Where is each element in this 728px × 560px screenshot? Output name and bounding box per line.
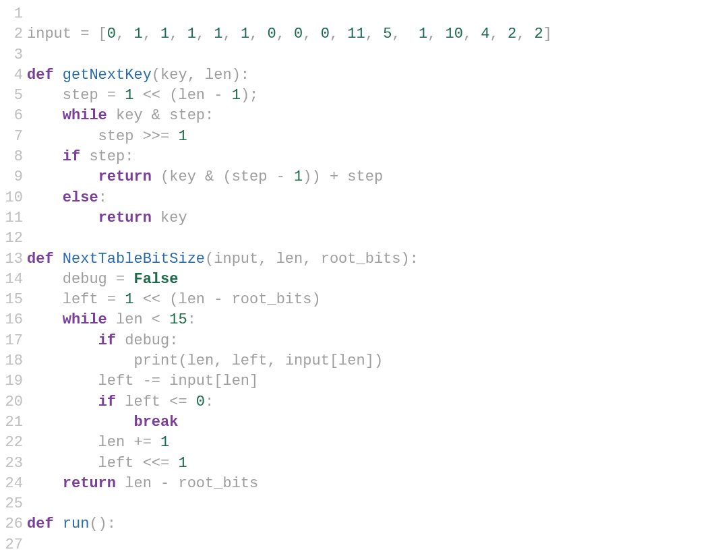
gutter-line-number: 25 — [0, 494, 27, 514]
code-token: , — [490, 26, 508, 42]
code-line: 16 while len < 15: — [0, 310, 728, 330]
code-line: 12 — [0, 228, 728, 249]
code-token: len < — [116, 311, 169, 328]
gutter-line-number: 15 — [0, 290, 27, 310]
code-token: if — [63, 148, 90, 165]
code-content: if debug: — [27, 331, 728, 351]
code-token: 1 — [294, 168, 303, 185]
code-token: , — [365, 26, 383, 42]
gutter-line-number: 26 — [0, 514, 27, 534]
gutter-line-number: 5 — [0, 86, 27, 106]
code-content: return key — [27, 208, 728, 228]
code-token — [27, 394, 98, 410]
code-token — [27, 210, 98, 226]
gutter-line-number: 6 — [0, 106, 27, 126]
code-content: def NextTableBitSize(input, len, root_bi… — [27, 249, 728, 270]
code-token: 2 — [535, 26, 543, 42]
code-token: )) + step — [303, 168, 383, 185]
code-line: 11 return key — [0, 208, 728, 228]
code-content — [27, 494, 728, 514]
gutter-line-number: 19 — [0, 371, 27, 392]
gutter-line-number: 22 — [0, 433, 27, 453]
code-token: 1 — [232, 87, 241, 104]
code-token: 1 — [214, 26, 222, 42]
gutter-line-number: 13 — [0, 249, 27, 270]
code-token: 1 — [419, 26, 427, 42]
code-line: 26def run(): — [0, 514, 728, 534]
code-token: 1 — [187, 26, 196, 42]
code-content: while len < 15: — [27, 310, 728, 330]
code-token: (key & (step - — [160, 168, 294, 185]
code-token: return — [63, 475, 125, 492]
code-token: , — [143, 26, 160, 42]
code-line: 8 if step: — [0, 147, 728, 167]
code-content — [27, 4, 728, 24]
gutter-line-number: 20 — [0, 392, 27, 412]
code-token: 0 — [107, 26, 116, 42]
code-line: 3 — [0, 45, 728, 65]
code-token — [27, 168, 98, 185]
code-token: 1 — [241, 26, 249, 42]
code-token: << (len - — [133, 87, 231, 104]
code-token: , — [392, 26, 419, 42]
code-token — [27, 311, 63, 328]
code-content: input = [0, 1, 1, 1, 1, 1, 0, 0, 0, 11, … — [27, 24, 728, 44]
gutter-line-number: 24 — [0, 474, 27, 494]
code-token: key & step: — [116, 107, 214, 124]
code-token: False — [133, 271, 178, 288]
code-token: : — [98, 189, 107, 206]
code-line: 13def NextTableBitSize(input, len, root_… — [0, 249, 728, 270]
code-token: 4 — [481, 26, 489, 42]
code-token: 1 — [160, 26, 169, 42]
code-token: 1 — [178, 455, 187, 472]
gutter-line-number: 8 — [0, 147, 27, 167]
code-token: (key, len): — [152, 67, 249, 84]
code-line: 7 step >>= 1 — [0, 127, 728, 147]
code-token: 1 — [178, 128, 187, 145]
code-line: 21 break — [0, 412, 728, 433]
code-line: 14 debug = False — [0, 270, 728, 290]
code-line: 25 — [0, 494, 728, 514]
gutter-line-number: 4 — [0, 65, 27, 86]
code-token: , — [169, 26, 187, 42]
code-content — [27, 45, 728, 65]
code-content: def getNextKey(key, len): — [27, 65, 728, 86]
code-token: def — [27, 67, 63, 84]
code-token: step >>= — [27, 128, 178, 145]
code-line: 6 while key & step: — [0, 106, 728, 126]
code-content: if step: — [27, 147, 728, 167]
code-token: , — [222, 26, 240, 42]
code-line: 15 left = 1 << (len - root_bits) — [0, 290, 728, 310]
code-token: , — [249, 26, 267, 42]
gutter-line-number: 3 — [0, 45, 27, 65]
code-token: , — [427, 26, 445, 42]
code-line: 24 return len - root_bits — [0, 474, 728, 494]
code-token: : — [205, 394, 214, 410]
code-token: run — [63, 516, 90, 532]
code-content: left = 1 << (len - root_bits) — [27, 290, 728, 310]
code-token: , — [196, 26, 214, 42]
code-token: ] — [543, 26, 552, 42]
code-content: step = 1 << (len - 1); — [27, 86, 728, 106]
code-token: 1 — [125, 87, 133, 104]
code-token: 1 — [160, 434, 169, 451]
gutter-line-number: 2 — [0, 24, 27, 44]
code-line: 23 left <<= 1 — [0, 454, 728, 474]
code-content: len += 1 — [27, 433, 728, 453]
code-content: return len - root_bits — [27, 474, 728, 494]
gutter-line-number: 9 — [0, 167, 27, 187]
gutter-line-number: 23 — [0, 454, 27, 474]
code-token: return — [98, 168, 160, 185]
code-token: step: — [89, 148, 133, 165]
code-content: print(len, left, input[len]) — [27, 351, 728, 371]
gutter-line-number: 16 — [0, 310, 27, 330]
code-token: left <<= — [27, 455, 178, 472]
code-token: 5 — [383, 26, 392, 42]
code-editor: 12input = [0, 1, 1, 1, 1, 1, 0, 0, 0, 11… — [0, 0, 728, 555]
code-content: def run(): — [27, 514, 728, 534]
gutter-line-number: 12 — [0, 228, 27, 249]
code-token: if — [98, 332, 125, 349]
code-token: , — [516, 26, 534, 42]
code-token: 0 — [294, 26, 303, 42]
code-token — [27, 148, 63, 165]
